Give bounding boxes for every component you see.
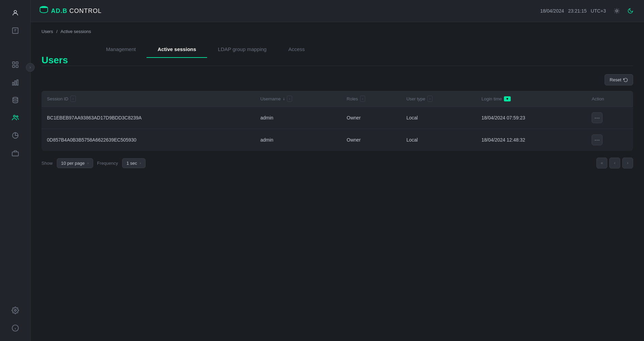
- controls-row: Reset: [41, 74, 633, 85]
- logo-text: AD.B CONTROL: [51, 7, 102, 15]
- tab-management[interactable]: Management: [95, 41, 147, 58]
- svg-rect-3: [16, 62, 18, 64]
- col-login-time: Login time ▼: [476, 91, 586, 107]
- sidebar-item-user[interactable]: [8, 5, 23, 20]
- row-action-button-2[interactable]: ⋯: [592, 134, 603, 145]
- svg-rect-2: [12, 62, 14, 64]
- sidebar-toggle[interactable]: ›: [26, 63, 35, 72]
- frequency-arrow: ›: [140, 161, 141, 165]
- table-row: 0D857B4A0B3B5758A6622639EC505930 admin O…: [41, 129, 633, 151]
- header-timezone: UTC+3: [591, 8, 606, 14]
- pagination-right: « ‹ ›: [596, 158, 633, 168]
- next-page-button[interactable]: ›: [622, 158, 633, 168]
- sidebar-item-chart[interactable]: [8, 75, 23, 90]
- cell-roles-2: Owner: [341, 129, 401, 151]
- frequency-label: Frequency: [97, 161, 118, 166]
- sidebar-item-briefcase[interactable]: [8, 146, 23, 161]
- sidebar-item-info[interactable]: [8, 321, 23, 336]
- pagination-row: Show 10 per page › Frequency 1 sec › « ‹…: [41, 158, 633, 168]
- svg-rect-6: [12, 82, 14, 85]
- main-content: AD.B CONTROL 18/04/2024 23:21:15 UTC+3 U…: [31, 0, 644, 341]
- theme-dark-icon[interactable]: [625, 5, 636, 16]
- header-clock: 23:21:15: [568, 8, 587, 14]
- cell-roles-1: Owner: [341, 107, 401, 129]
- per-page-value: 10 per page: [61, 161, 85, 166]
- show-label: Show: [41, 161, 53, 166]
- login-time-filter[interactable]: ▼: [504, 96, 511, 101]
- frequency-value: 1 sec: [126, 161, 137, 166]
- table-row: BC1EBEB97AA93863AD17D9BDD3C8239A admin O…: [41, 107, 633, 129]
- table-header: Session ID › Username ↓ ›: [41, 91, 633, 107]
- cell-username-1: admin: [255, 107, 341, 129]
- reset-label: Reset: [610, 77, 621, 82]
- breadcrumb: Users / Active sessions: [41, 29, 633, 34]
- cell-login-time-1: 18/04/2024 07:59:23: [476, 107, 586, 129]
- cell-user-type-1: Local: [401, 107, 476, 129]
- header: AD.B CONTROL 18/04/2024 23:21:15 UTC+3: [31, 0, 644, 22]
- prev-page-button[interactable]: ‹: [609, 158, 620, 168]
- session-id-expand[interactable]: ›: [70, 96, 76, 102]
- row-action-button-1[interactable]: ⋯: [592, 112, 603, 123]
- sessions-table: Session ID › Username ↓ ›: [41, 91, 633, 151]
- table-container: Session ID › Username ↓ ›: [41, 91, 633, 151]
- logo-icon: [39, 5, 49, 17]
- sidebar-item-settings[interactable]: [8, 303, 23, 318]
- page-top: Users Management Active sessions LDAP gr…: [41, 41, 633, 66]
- svg-point-19: [616, 10, 618, 12]
- page-title: Users: [41, 55, 68, 66]
- tabs: Management Active sessions LDAP group ma…: [95, 41, 633, 58]
- svg-rect-4: [12, 65, 14, 67]
- per-page-select[interactable]: 10 per page ›: [57, 158, 93, 168]
- sidebar-item-users[interactable]: [8, 110, 23, 125]
- svg-point-10: [13, 115, 15, 117]
- username-expand[interactable]: ›: [287, 96, 292, 102]
- cell-login-time-2: 18/04/2024 12:48:32: [476, 129, 586, 151]
- svg-point-13: [14, 309, 16, 311]
- content-area: Users / Active sessions Users Management…: [31, 22, 644, 341]
- svg-point-9: [13, 97, 18, 99]
- tab-ldap-group-mapping[interactable]: LDAP group mapping: [207, 41, 277, 58]
- sidebar-item-dashboard[interactable]: [8, 57, 23, 72]
- col-user-type: User type ›: [401, 91, 476, 107]
- cell-username-2: admin: [255, 129, 341, 151]
- svg-rect-5: [16, 65, 18, 67]
- first-page-button[interactable]: «: [596, 158, 607, 168]
- header-icons: [611, 5, 636, 16]
- sidebar-item-export[interactable]: [8, 23, 23, 38]
- roles-expand[interactable]: ›: [360, 96, 366, 102]
- sidebar: ›: [0, 0, 31, 341]
- cell-session-id-2: 0D857B4A0B3B5758A6622639EC505930: [41, 129, 255, 151]
- pagination-left: Show 10 per page › Frequency 1 sec ›: [41, 158, 146, 168]
- table-body: BC1EBEB97AA93863AD17D9BDD3C8239A admin O…: [41, 107, 633, 151]
- sidebar-item-pie-chart[interactable]: [8, 128, 23, 143]
- cell-action-1: ⋯: [586, 107, 633, 129]
- header-right: 18/04/2024 23:21:15 UTC+3: [540, 5, 636, 16]
- username-sort-icon[interactable]: ↓: [283, 96, 285, 101]
- breadcrumb-current: Active sessions: [61, 29, 91, 34]
- svg-rect-7: [15, 81, 16, 85]
- col-username: Username ↓ ›: [255, 91, 341, 107]
- tab-access[interactable]: Access: [277, 41, 316, 58]
- svg-point-0: [14, 11, 16, 13]
- breadcrumb-parent[interactable]: Users: [41, 29, 53, 34]
- header-date: 18/04/2024: [540, 8, 564, 14]
- cell-session-id-1: BC1EBEB97AA93863AD17D9BDD3C8239A: [41, 107, 255, 129]
- tab-active-sessions[interactable]: Active sessions: [147, 41, 207, 58]
- page-title-area: Users: [41, 55, 68, 66]
- col-session-id: Session ID ›: [41, 91, 255, 107]
- theme-light-icon[interactable]: [611, 5, 622, 16]
- per-page-arrow: ›: [87, 161, 89, 165]
- frequency-select[interactable]: 1 sec ›: [122, 158, 146, 168]
- col-roles: Roles ›: [341, 91, 401, 107]
- header-time: 18/04/2024 23:21:15 UTC+3: [540, 8, 606, 14]
- cell-action-2: ⋯: [586, 129, 633, 151]
- svg-point-11: [16, 116, 18, 117]
- svg-rect-12: [12, 152, 18, 156]
- reset-button[interactable]: Reset: [605, 74, 633, 85]
- svg-rect-8: [17, 80, 18, 85]
- user-type-expand[interactable]: ›: [427, 96, 433, 102]
- logo: AD.B CONTROL: [39, 5, 102, 17]
- col-action: Action: [586, 91, 633, 107]
- cell-user-type-2: Local: [401, 129, 476, 151]
- sidebar-item-database[interactable]: [8, 93, 23, 108]
